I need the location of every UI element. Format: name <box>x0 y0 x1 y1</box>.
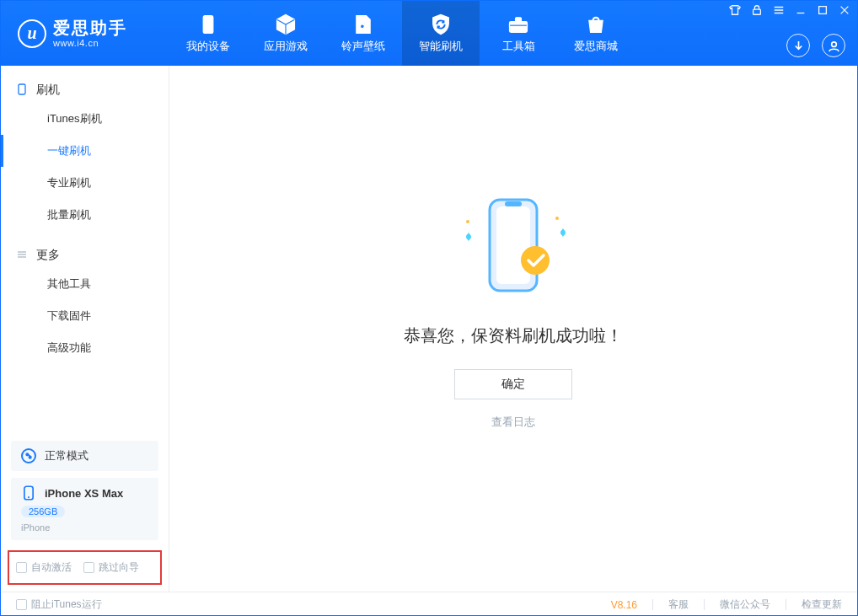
separator <box>786 599 786 610</box>
customer-service-link[interactable]: 客服 <box>668 597 689 612</box>
statusbar: 阻止iTunes运行 V8.16 客服 微信公众号 检查更新 <box>1 592 857 616</box>
svg-point-13 <box>555 217 559 220</box>
view-log-link[interactable]: 查看日志 <box>491 415 535 430</box>
topnav-label: 我的设备 <box>186 39 230 54</box>
svg-rect-4 <box>753 9 761 14</box>
more-lines-icon <box>16 249 28 263</box>
svg-rect-2 <box>516 18 522 22</box>
topnav-item-flash[interactable]: 智能刷机 <box>402 1 480 66</box>
checkbox-label: 阻止iTunes运行 <box>31 597 102 612</box>
bag-icon <box>584 13 608 36</box>
topnav-item-toolbox[interactable]: 工具箱 <box>480 1 557 66</box>
topnav-label: 铃声壁纸 <box>341 39 385 54</box>
sidebar-group-title: 刷机 <box>36 83 60 98</box>
sidebar-group-title: 更多 <box>36 248 60 263</box>
separator <box>652 599 653 610</box>
checkbox-label: 跳过向导 <box>99 560 139 575</box>
system-window-controls <box>729 4 850 16</box>
highlighted-options-box: 自动激活 跳过向导 <box>8 550 162 585</box>
mode-card[interactable]: 正常模式 <box>11 441 158 471</box>
mode-label: 正常模式 <box>45 448 88 463</box>
brand-text: 爱思助手 www.i4.cn <box>53 19 127 49</box>
separator <box>704 599 705 610</box>
topnav-item-my-device[interactable]: 我的设备 <box>169 1 247 66</box>
svg-rect-3 <box>510 24 528 26</box>
svg-rect-1 <box>510 22 528 33</box>
top-right-circle-buttons <box>786 34 845 57</box>
sidebar-item-itunes-flash[interactable]: iTunes刷机 <box>1 103 169 135</box>
sidebar-cards: 正常模式 iPhone XS Max 256GB iPhone <box>1 434 169 550</box>
device-name: iPhone XS Max <box>45 487 123 500</box>
device-capacity-badge: 256GB <box>21 506 65 517</box>
topnav-label: 工具箱 <box>502 39 535 54</box>
ok-button[interactable]: 确定 <box>454 369 572 399</box>
topnav-label: 爱思商城 <box>574 39 618 54</box>
block-itunes-checkbox[interactable]: 阻止iTunes运行 <box>16 597 102 612</box>
download-button[interactable] <box>786 34 810 57</box>
account-button[interactable] <box>822 34 845 57</box>
sidebar-group-more-head: 更多 <box>1 243 169 268</box>
topnav-item-ring-wall[interactable]: 铃声壁纸 <box>324 1 402 66</box>
topnav-item-apps[interactable]: 应用游戏 <box>247 1 324 66</box>
topnav-item-store[interactable]: 爱思商城 <box>557 1 635 66</box>
topnav-label: 智能刷机 <box>419 39 463 54</box>
phone-outline-icon <box>16 83 28 98</box>
close-icon[interactable] <box>839 4 850 16</box>
shirt-icon[interactable] <box>729 4 741 16</box>
skip-guide-checkbox[interactable]: 跳过向导 <box>83 560 139 575</box>
brand: u 爱思助手 www.i4.cn <box>1 1 169 66</box>
svg-rect-5 <box>819 7 827 14</box>
topnav: 我的设备 应用游戏 铃声壁纸 智能刷机 工具箱 <box>169 1 635 66</box>
svg-rect-0 <box>203 16 213 34</box>
menu-icon[interactable] <box>773 4 785 16</box>
device-type: iPhone <box>21 522 50 533</box>
svg-rect-15 <box>496 206 530 284</box>
svg-rect-7 <box>19 84 25 94</box>
topnav-label: 应用游戏 <box>264 39 308 54</box>
brand-logo-icon: u <box>18 19 46 48</box>
svg-rect-16 <box>505 201 522 206</box>
checkbox-icon <box>83 562 94 573</box>
minimize-icon[interactable] <box>795 4 807 16</box>
brand-title: 爱思助手 <box>53 19 127 38</box>
auto-activate-checkbox[interactable]: 自动激活 <box>16 560 72 575</box>
music-file-icon <box>351 13 375 36</box>
lock-icon[interactable] <box>751 4 763 16</box>
brand-subtitle: www.i4.cn <box>53 38 127 49</box>
sidebar-scroll: 刷机 iTunes刷机 一键刷机 专业刷机 批量刷机 更多 其他工具 下载固件 … <box>1 66 169 434</box>
sidebar-item-batch-flash[interactable]: 批量刷机 <box>1 199 169 231</box>
checkbox-label: 自动激活 <box>31 560 72 575</box>
sidebar-item-other-tools[interactable]: 其他工具 <box>1 268 169 300</box>
checkbox-icon <box>16 562 27 573</box>
topbar: u 爱思助手 www.i4.cn 我的设备 应用游戏 铃声壁纸 <box>1 1 857 66</box>
svg-point-11 <box>28 496 29 498</box>
cube-icon <box>274 13 298 36</box>
phone-filled-icon <box>21 485 36 501</box>
svg-point-6 <box>831 41 836 46</box>
check-update-link[interactable]: 检查更新 <box>802 597 842 612</box>
toolbox-icon <box>507 13 530 36</box>
device-card[interactable]: iPhone XS Max 256GB iPhone <box>11 478 158 540</box>
mode-refresh-icon <box>21 448 36 463</box>
sidebar-item-advanced[interactable]: 高级功能 <box>1 332 169 364</box>
svg-point-17 <box>521 246 550 275</box>
success-illustration-icon <box>446 195 581 304</box>
statusbar-right: V8.16 客服 微信公众号 检查更新 <box>611 597 842 612</box>
svg-point-12 <box>466 220 469 223</box>
sidebar-item-pro-flash[interactable]: 专业刷机 <box>1 167 169 199</box>
sidebar-group-flash-head: 刷机 <box>1 78 169 103</box>
main-content: 恭喜您，保资料刷机成功啦！ 确定 查看日志 <box>169 66 857 592</box>
success-title: 恭喜您，保资料刷机成功啦！ <box>404 324 623 347</box>
version-label: V8.16 <box>611 599 637 611</box>
sidebar: 刷机 iTunes刷机 一键刷机 专业刷机 批量刷机 更多 其他工具 下载固件 … <box>1 66 169 592</box>
sidebar-item-one-click-flash[interactable]: 一键刷机 <box>1 135 169 167</box>
wechat-link[interactable]: 微信公众号 <box>720 597 770 612</box>
maximize-icon[interactable] <box>817 4 829 16</box>
checkbox-icon <box>16 599 27 610</box>
body: 刷机 iTunes刷机 一键刷机 专业刷机 批量刷机 更多 其他工具 下载固件 … <box>1 66 857 592</box>
shield-refresh-icon <box>429 13 453 36</box>
device-icon <box>196 13 220 36</box>
sidebar-item-download-fw[interactable]: 下载固件 <box>1 300 169 332</box>
